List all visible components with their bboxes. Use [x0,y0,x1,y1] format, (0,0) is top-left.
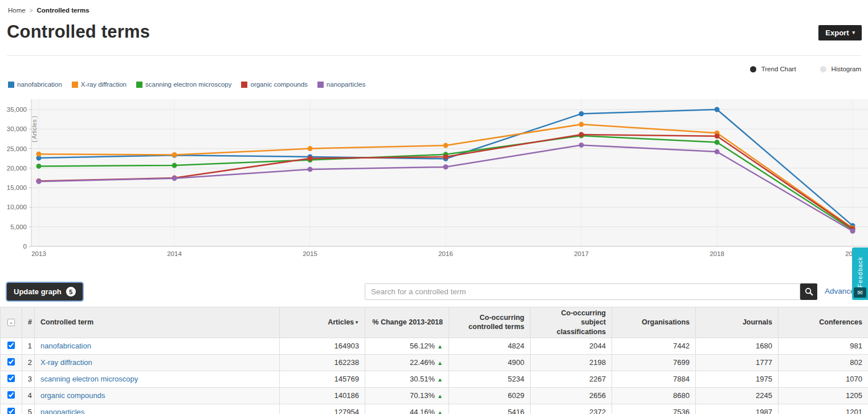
y-tick-label: 35,000 [7,106,27,113]
header-select-all: - [1,307,22,338]
data-point [308,167,313,172]
percent-change-value: 56.12% [410,342,435,350]
legend-label: nanoparticles [327,81,365,88]
data-point [715,149,720,155]
x-tick-label: 2013 [31,250,46,257]
journals-count: 1975 [696,371,779,387]
conferences-count: 1205 [779,387,868,404]
legend-item[interactable]: nanofabrication [8,81,62,88]
x-tick-label: 2015 [303,250,317,257]
legend-swatch-icon [8,82,14,88]
co-occurring-terms-count: 4824 [449,338,531,354]
header-row-number: # [22,307,35,338]
y-tick-label: 25,000 [7,145,27,152]
select-all-checkbox[interactable]: - [7,319,15,326]
co-occurring-subjects-count: 2198 [531,354,612,371]
co-occurring-subjects-count: 2372 [531,404,612,414]
search-button[interactable] [800,283,817,300]
term-link[interactable]: nanofabrication [40,342,91,350]
term-link[interactable]: X-ray diffraction [40,358,92,367]
articles-count: 162238 [280,354,365,371]
percent-change-value: 22.46% [410,358,435,367]
x-tick-label: 2018 [710,250,724,257]
term-link[interactable]: scanning electron microscopy [40,375,138,383]
title-divider [7,55,861,56]
row-select-cell [1,338,22,354]
trend-up-icon: ▲ [437,343,443,350]
trend-up-icon: ▲ [437,376,443,383]
y-tick-label: 20,000 [7,165,27,172]
data-point [850,229,855,234]
radio-histogram[interactable]: Histogram [820,66,861,72]
percent-change-value: 44.16% [410,408,435,414]
row-select-cell [1,404,22,414]
data-point [715,133,720,139]
row-checkbox[interactable] [7,342,15,349]
row-checkbox[interactable] [7,375,15,382]
row-select-cell [1,371,22,387]
table-row: 2X-ray diffraction16223822.46%▲490021987… [1,354,868,371]
plot-area [31,99,868,246]
sort-desc-icon: ▼ [354,320,359,325]
export-button[interactable]: Export ▾ [818,25,862,40]
legend-item[interactable]: X-ray diffraction [72,81,127,88]
table-row: 5nanoparticles12795444.16%▲5416237275361… [1,404,868,414]
data-point [715,107,720,112]
y-tick-label: 0 [23,243,27,250]
data-point [308,156,313,161]
y-tick-label: 30,000 [7,125,27,132]
header-conferences: Conferences [779,307,868,338]
legend-item[interactable]: scanning electron microscopy [136,81,232,88]
organisations-count: 7699 [612,354,696,371]
header-percent-change: % Change 2013-2018 [365,307,449,338]
data-point [172,176,177,181]
articles-count: 164903 [280,338,365,354]
co-occurring-terms-count: 5234 [449,371,531,387]
term-link[interactable]: organic compounds [40,391,105,400]
feedback-tab[interactable]: Feedback ✉ [852,247,868,300]
search-input[interactable] [365,283,800,300]
update-graph-button[interactable]: Update graph 5 [7,283,83,301]
percent-change: 22.46%▲ [365,354,449,371]
controlled-term-cell: nanoparticles [35,404,280,414]
page-title: Controlled terms [7,22,150,42]
journals-count: 1777 [696,354,779,371]
term-link[interactable]: nanoparticles [40,408,84,414]
breadcrumb-home-link[interactable]: Home [8,7,26,14]
legend-label: X-ray diffraction [81,81,127,88]
radio-unselected-icon [820,66,826,72]
row-number: 4 [22,387,35,404]
co-occurring-terms-count: 5416 [449,404,531,414]
data-point [36,164,42,169]
x-tick-label: 2016 [438,250,453,257]
row-select-cell [1,354,22,371]
export-button-label: Export [825,29,849,37]
row-checkbox[interactable] [7,358,15,366]
articles-count: 145769 [280,371,365,387]
header-articles[interactable]: Articles▼ [280,307,365,338]
search-icon [805,287,813,296]
percent-change: 30.51%▲ [365,371,449,387]
y-tick-label: 5,000 [10,224,27,230]
controlled-term-cell: nanofabrication [35,338,280,354]
organisations-count: 7884 [612,371,696,387]
controlled-term-cell: X-ray diffraction [35,354,280,371]
breadcrumb-current: Controlled terms [37,7,89,14]
header-articles-label: Articles [328,318,354,326]
row-checkbox[interactable] [7,408,15,414]
trend-up-icon: ▲ [437,409,443,414]
controlled-term-cell: scanning electron microscopy [35,371,280,387]
x-tick-label: 2017 [574,250,589,257]
data-point [715,140,720,145]
legend-item[interactable]: nanoparticles [317,81,365,88]
conferences-count: 1070 [779,371,868,387]
breadcrumb: Home>Controlled terms [8,7,89,14]
row-checkbox[interactable] [7,391,15,399]
data-point [36,152,42,157]
legend-item[interactable]: organic compounds [241,81,307,88]
trend-chart[interactable]: 05,00010,00015,00020,00025,00030,00035,0… [0,92,868,261]
radio-trend-chart[interactable]: Trend Chart [750,66,796,72]
y-tick-label: 15,000 [7,184,27,191]
table-row: 1nanofabrication16490356.12%▲48242044744… [1,338,868,354]
update-graph-badge: 5 [66,287,76,297]
